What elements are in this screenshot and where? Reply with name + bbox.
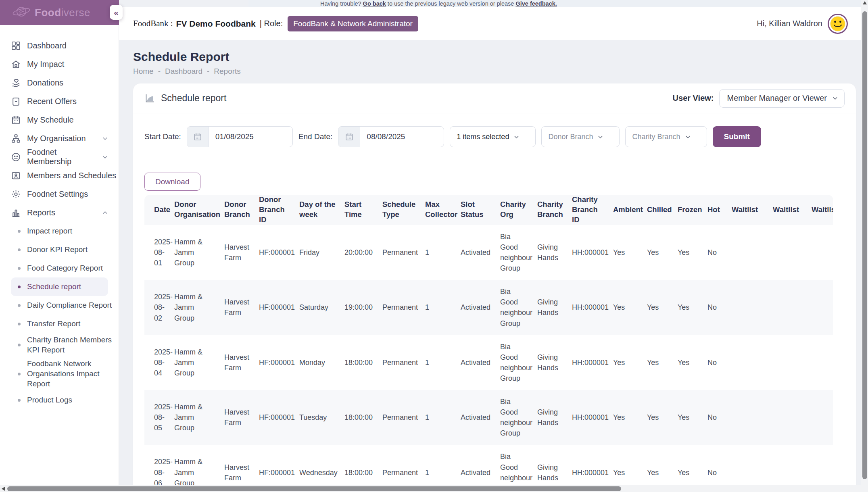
sidebar-item-dashboard[interactable]: Dashboard: [0, 36, 119, 55]
start-date-input[interactable]: 01/08/2025: [187, 126, 293, 147]
sidebar-subitem-product-logs[interactable]: Product Logs: [0, 391, 119, 409]
sidebar-item-label: My Schedule: [27, 115, 74, 125]
sidebar-subitem-label: Food Category Report: [27, 263, 103, 273]
column-header-day-of-the-week: Day of the week: [295, 195, 340, 225]
sidebar-item-my-impact[interactable]: My Impact: [0, 55, 119, 73]
banner-text: Having trouble?: [320, 0, 361, 7]
banner-text-middle: to use the previous legacy web version o…: [388, 0, 514, 7]
sidebar-subitem-charity-branch-members-kpi-report[interactable]: Charity Branch Members KPI Report: [0, 333, 119, 357]
table-cell: [807, 280, 833, 335]
download-button[interactable]: Download: [144, 173, 200, 191]
sidebar-subitem-label: Product Logs: [27, 395, 72, 405]
members-schedules-icon: [11, 171, 21, 181]
charity-branch-dropdown[interactable]: Charity Branch: [625, 126, 707, 147]
sidebar-subitem-food-category-report[interactable]: Food Category Report: [0, 259, 119, 277]
sidebar-item-my-schedule[interactable]: My Schedule: [0, 110, 119, 129]
vertical-scrollbar[interactable]: [861, 0, 868, 485]
schedule-table-container[interactable]: DateDonor OrganisationDonor BranchDonor …: [144, 195, 833, 492]
table-cell: Giving Hands: [533, 225, 568, 280]
end-date-input[interactable]: 08/08/2025: [338, 126, 444, 147]
foodnet-settings-icon: [11, 189, 21, 199]
donor-branch-dropdown[interactable]: Donor Branch: [541, 126, 620, 147]
table-cell: HF:000001: [255, 335, 295, 390]
table-cell: 20:00:00: [340, 225, 378, 280]
sidebar-item-foodnet-settings[interactable]: Foodnet Settings: [0, 185, 119, 203]
horizontal-scrollbar[interactable]: [0, 485, 868, 492]
table-cell: HH:000001: [568, 225, 609, 280]
foodiverse-logo[interactable]: Foodiverse: [12, 4, 90, 21]
breadcrumb-reports: Reports: [214, 67, 241, 76]
page-content: Schedule Report Home - Dashboard - Repor…: [119, 40, 868, 492]
items-selected-dropdown[interactable]: 1 items selected: [450, 126, 536, 147]
avatar[interactable]: [828, 14, 848, 34]
sidebar-item-foodnet-membership[interactable]: Foodnet Membership: [0, 148, 119, 166]
table-cell: [728, 335, 769, 390]
breadcrumb-dashboard[interactable]: Dashboard: [165, 67, 202, 76]
submit-button[interactable]: Submit: [713, 126, 761, 147]
sidebar-subitem-schedule-report[interactable]: Schedule report: [11, 277, 108, 296]
sidebar-item-donations[interactable]: Donations: [0, 73, 119, 92]
calendar-icon[interactable]: [187, 127, 209, 147]
vertical-scrollbar-thumb[interactable]: [862, 11, 867, 479]
page-title: Schedule Report: [133, 50, 856, 64]
horizontal-scrollbar-thumb[interactable]: [7, 486, 621, 491]
sidebar-item-recent-offers[interactable]: Recent Offers: [0, 92, 119, 110]
sidebar: DashboardMy ImpactDonationsRecent Offers…: [0, 0, 119, 492]
table-cell: Hamm & Jamm Group: [170, 390, 220, 445]
sidebar-item-label: Donations: [27, 78, 63, 88]
sidebar-item-reports[interactable]: Reports: [0, 203, 119, 222]
sidebar-item-my-organisation[interactable]: My Organisation: [0, 129, 119, 148]
sidebar-item-members-and-schedules[interactable]: Members and Schedules: [0, 166, 119, 185]
table-cell: Harvest Farm: [220, 335, 255, 390]
table-cell: 2025-08-02: [144, 280, 170, 335]
sidebar-item-label: Members and Schedules: [27, 171, 116, 180]
column-header-schedule-type: Schedule Type: [378, 195, 421, 225]
user-view-value: Member Manager or Viewer: [727, 94, 827, 103]
calendar-icon[interactable]: [338, 127, 360, 147]
column-header-donor-branch: Donor Branch: [220, 195, 255, 225]
scroll-up-arrow-icon[interactable]: [863, 1, 867, 4]
go-back-link[interactable]: Go back: [363, 0, 386, 7]
sidebar-collapse-button[interactable]: «: [110, 5, 123, 20]
sidebar-item-label: Foodnet Membership: [27, 148, 96, 166]
table-cell: Bia Good neighbour Group: [496, 335, 533, 390]
table-cell: 18:00:00: [340, 390, 378, 445]
table-cell: Hamm & Jamm Group: [170, 225, 220, 280]
scroll-left-arrow-icon[interactable]: [2, 487, 5, 491]
table-cell: [769, 225, 807, 280]
table-cell: 2025-08-04: [144, 335, 170, 390]
table-cell: Bia Good neighbour Group: [496, 280, 533, 335]
table-cell: [728, 390, 769, 445]
start-date-value: 01/08/2025: [209, 127, 254, 147]
breadcrumb-home[interactable]: Home: [133, 67, 154, 76]
table-cell: No: [703, 225, 728, 280]
table-cell: Permanent: [378, 390, 421, 445]
table-cell: Giving Hands: [533, 335, 568, 390]
sidebar-subitem-daily-compliance-report[interactable]: Daily Compliance Report: [0, 296, 119, 315]
table-body: 2025-08-01Hamm & Jamm GroupHarvest FarmH…: [144, 225, 833, 492]
column-header-max-collector: Max Collector: [421, 195, 457, 225]
bullet-icon: [18, 304, 21, 307]
sidebar-subitem-donor-kpi-report[interactable]: Donor KPI Report: [0, 240, 119, 259]
sidebar-subitem-foodbank-network-organisations-impact-report[interactable]: Foodbank Network Organisations Impact Re…: [0, 357, 119, 391]
role-badge: FoodBank & Network Administrator: [288, 16, 418, 31]
table-cell: Yes: [674, 335, 703, 390]
foodbank-name: FV Demo Foodbank: [176, 19, 256, 29]
bullet-icon: [18, 230, 21, 233]
table-cell: [769, 390, 807, 445]
table-cell: HH:000001: [568, 335, 609, 390]
table-cell: Giving Hands: [533, 390, 568, 445]
table-cell: Harvest Farm: [220, 225, 255, 280]
sidebar-subitem-impact-report[interactable]: Impact report: [0, 222, 119, 240]
table-cell: Activated: [457, 335, 496, 390]
bullet-icon: [18, 286, 21, 288]
sidebar-subitem-transfer-report[interactable]: Transfer Report: [0, 315, 119, 333]
table-cell: 1: [421, 280, 457, 335]
end-date-value: 08/08/2025: [360, 127, 405, 147]
user-view-label: User View:: [673, 94, 714, 103]
sidebar-subitem-label: Impact report: [27, 226, 72, 236]
user-view-select[interactable]: Member Manager or Viewer: [719, 89, 845, 108]
table-cell: [807, 335, 833, 390]
give-feedback-link[interactable]: Give feedback.: [515, 0, 557, 7]
column-header-waitlist: Waitlist: [728, 195, 769, 225]
